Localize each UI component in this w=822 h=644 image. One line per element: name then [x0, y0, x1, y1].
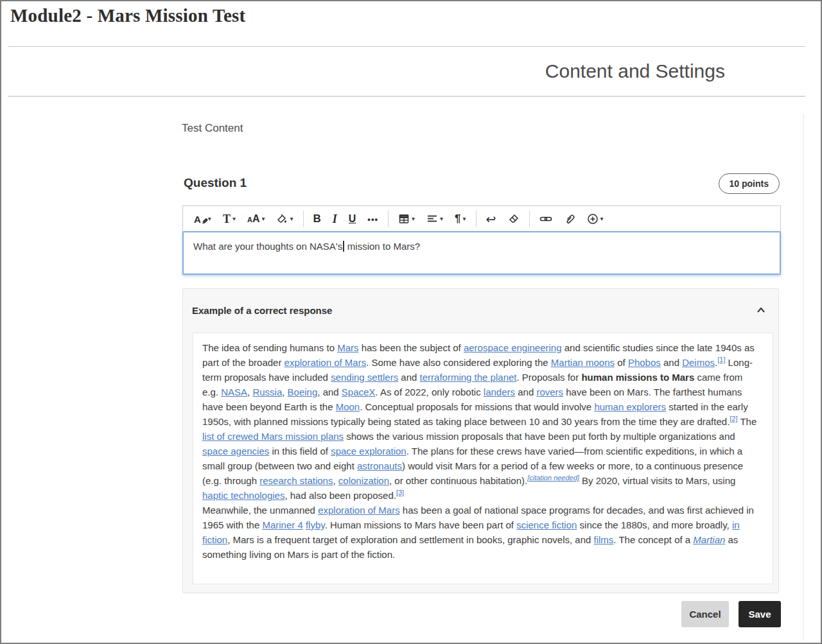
toolbar-separator [529, 211, 530, 227]
inline-link[interactable]: flyby [306, 519, 325, 530]
text-segment: , [282, 387, 287, 397]
inline-link[interactable]: SpaceX [342, 387, 376, 397]
text-segment: shows the various mission proposals that… [344, 431, 735, 442]
font-size-button[interactable]: AA ▾ [241, 209, 271, 229]
example-response-paragraph: Meanwhile, the unmanned exploration of M… [202, 503, 760, 562]
inline-link[interactable]: Mars [337, 342, 358, 353]
bold-button[interactable]: B [308, 209, 327, 229]
text-style-button[interactable]: A✎ ▾ [188, 209, 217, 229]
text-segment: . Some have also considered exploring th… [366, 357, 551, 368]
inline-link[interactable]: sending settlers [331, 372, 398, 383]
inline-link[interactable]: [citation needed] [527, 474, 579, 482]
inline-link[interactable]: Phobos [628, 357, 661, 368]
editor-text-after-cursor: mission to Mars? [345, 241, 421, 252]
alignment-button[interactable]: ▾ [421, 209, 449, 229]
inline-link[interactable]: Russia [252, 387, 282, 397]
inline-link[interactable]: [1] [717, 356, 725, 363]
inline-link[interactable]: Deimos [682, 357, 715, 368]
inline-link[interactable]: haptic technologies [202, 490, 284, 501]
font-family-button[interactable]: T ▾ [217, 209, 241, 229]
inline-link[interactable]: exploration of Mars [318, 505, 400, 516]
eraser-icon [508, 213, 520, 225]
toolbar-separator [388, 211, 389, 227]
chevron-down-icon: ▾ [600, 216, 604, 222]
rich-text-toolbar: A✎ ▾ T ▾ AA ▾ ▾ B I U ••• [182, 205, 781, 232]
example-response-panel: Example of a correct response The idea o… [182, 288, 779, 593]
inline-link[interactable]: exploration of Mars [284, 357, 367, 368]
chevron-down-icon: ▾ [463, 216, 466, 222]
chevron-down-icon: ▾ [232, 216, 236, 222]
save-button[interactable]: Save [739, 601, 781, 627]
page-title: Module2 - Mars Mission Test [10, 5, 245, 26]
text-segment: of [615, 357, 628, 368]
toolbar-separator [476, 211, 477, 227]
chevron-down-icon: ▾ [440, 216, 443, 222]
inline-link[interactable]: rovers [536, 387, 563, 397]
font-size-icon: AA [247, 213, 260, 225]
question-title: Question 1 [184, 176, 247, 190]
inline-link[interactable]: space exploration [331, 446, 407, 457]
text-segment: and [398, 372, 419, 383]
chevron-up-icon[interactable] [755, 306, 767, 315]
fill-color-icon [276, 213, 288, 225]
text-segment: . Human missions to Mars have been part … [325, 519, 516, 530]
editor-text-before-cursor: What are your thoughts on NASA's [193, 241, 342, 252]
underline-button[interactable]: U [343, 209, 362, 229]
inline-link[interactable]: Martian moons [551, 357, 615, 368]
header-divider [8, 46, 805, 47]
italic-button[interactable]: I [327, 209, 343, 229]
undo-icon: ↩ [486, 213, 496, 225]
inline-link[interactable]: NASA [221, 387, 247, 397]
inline-link[interactable]: astronauts [357, 460, 402, 471]
table-icon [398, 213, 410, 225]
inline-link[interactable]: Martian [693, 534, 725, 545]
eraser-button[interactable] [502, 209, 525, 229]
text-segment: and [661, 357, 682, 368]
chevron-down-icon: ▾ [412, 216, 415, 222]
inline-link[interactable]: research stations [259, 475, 333, 486]
text-segment: . Conceptual proposals for missions that… [360, 401, 594, 412]
app-window: Module2 - Mars Mission Test Content and … [0, 0, 822, 644]
inline-link[interactable]: landers [484, 387, 515, 397]
inline-link[interactable]: films [594, 534, 614, 545]
example-response-text: The idea of sending humans to Mars has b… [193, 333, 773, 584]
link-icon [539, 213, 552, 225]
undo-button[interactable]: ↩ [480, 209, 502, 229]
inline-link[interactable]: terraforming the planet [420, 372, 517, 383]
fill-color-button[interactable]: ▾ [270, 209, 299, 229]
inline-link[interactable]: space agencies [202, 446, 269, 457]
text-segment: Meanwhile, the unmanned [202, 505, 318, 516]
text-segment: human missions to Mars [581, 372, 694, 383]
question-text-editor[interactable]: What are your thoughts on NASA's mission… [182, 231, 781, 275]
cancel-button[interactable]: Cancel [681, 601, 729, 627]
inline-link[interactable]: Moon [336, 401, 360, 412]
attachment-button[interactable] [558, 209, 581, 229]
scrollbar-track[interactable] [803, 114, 804, 640]
inline-link[interactable]: aerospace engineering [464, 342, 562, 353]
inline-link[interactable]: colonization [338, 475, 389, 486]
more-options-button[interactable]: ••• [362, 209, 384, 229]
text-segment: in this field of [269, 446, 331, 457]
points-badge[interactable]: 10 points [719, 173, 780, 194]
inline-link[interactable]: list of crewed Mars mission plans [202, 431, 344, 442]
section-divider [8, 96, 805, 97]
paragraph-button[interactable]: ¶ ▾ [449, 209, 472, 229]
chevron-down-icon: ▾ [261, 216, 265, 222]
chevron-down-icon: ▾ [290, 216, 293, 222]
inline-link[interactable]: [2] [730, 415, 737, 422]
inline-link[interactable]: Mariner 4 [262, 519, 302, 530]
insert-link-button[interactable] [534, 209, 558, 229]
inline-link[interactable]: Boeing [288, 387, 318, 397]
plus-circle-icon [587, 213, 599, 225]
underline-icon: U [349, 213, 356, 225]
insert-table-button[interactable]: ▾ [392, 209, 421, 229]
inline-link[interactable]: human explorers [594, 401, 666, 412]
example-response-panel-header[interactable]: Example of a correct response [183, 289, 778, 331]
more-options-icon: ••• [367, 214, 378, 224]
inline-link[interactable]: science fiction [516, 519, 577, 530]
insert-content-button[interactable]: ▾ [581, 209, 609, 229]
inline-link[interactable]: [3] [396, 489, 404, 496]
text-cursor [343, 241, 344, 252]
text-segment: . The concept of a [613, 534, 693, 545]
toolbar-separator [303, 211, 304, 227]
